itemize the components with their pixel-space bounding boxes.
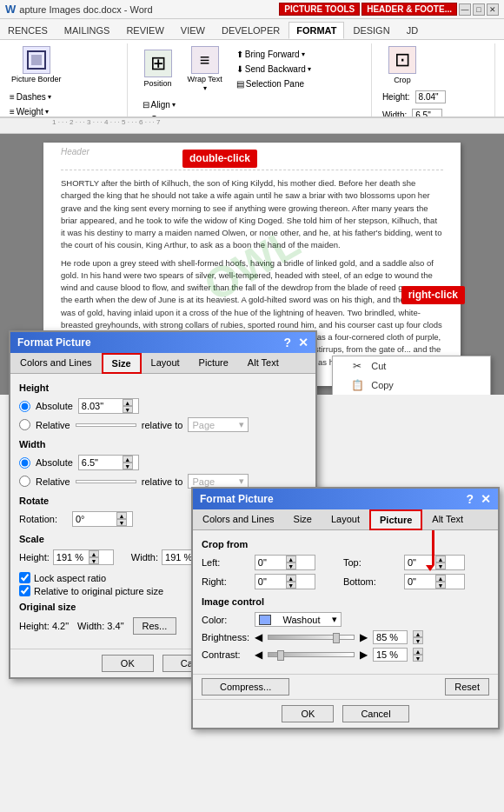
picture-border-label: Picture Border xyxy=(11,76,62,84)
picture-border-button[interactable]: Picture Border xyxy=(5,43,68,87)
arrange-right-btns: ⊟ Align ▾ ⊞ Group ▾ ↻ Rotate ▾ xyxy=(138,98,186,118)
height-spin-up[interactable]: ▲ xyxy=(123,399,133,406)
contrast-left-arrow[interactable]: ◀ xyxy=(255,649,262,661)
height-spin-down[interactable]: ▼ xyxy=(123,406,133,413)
height-absolute-radio[interactable] xyxy=(19,401,30,412)
brightness-right-arrow[interactable]: ▶ xyxy=(360,631,368,643)
brightness-thumb[interactable] xyxy=(333,633,340,643)
tab-review[interactable]: REVIEW xyxy=(118,22,171,39)
format-picture-dialog-2: Format Picture ? ✕ Colors and Lines Size… xyxy=(191,487,500,729)
align-button[interactable]: ⊟ Align ▾ xyxy=(138,98,186,111)
height-relative-to[interactable]: Page ▾ xyxy=(188,417,249,432)
arrow-down xyxy=(426,565,434,576)
scale-height-input[interactable]: ▲ ▼ xyxy=(53,549,114,565)
crop-right-input[interactable]: ▲ ▼ xyxy=(255,574,315,589)
dialog2-tab-alttext[interactable]: Alt Text xyxy=(422,509,473,529)
dialog2-mid-footer: Compress... Reset xyxy=(193,674,498,699)
height-section: Height Absolute ▲ ▼ Relative rela xyxy=(19,383,307,432)
dialog1-tab-layout[interactable]: Layout xyxy=(142,353,189,373)
color-dropdown[interactable]: Washout ▾ xyxy=(255,612,342,627)
contrast-right-arrow[interactable]: ▶ xyxy=(360,649,368,661)
compress-btn[interactable]: Compress... xyxy=(202,678,289,696)
rotation-input[interactable]: ▲ ▼ xyxy=(72,511,133,527)
dialog1-tab-alttext[interactable]: Alt Text xyxy=(238,353,288,373)
rotation-spin-up[interactable]: ▲ xyxy=(116,512,127,519)
tab-developer[interactable]: DEVELOPER xyxy=(214,22,288,39)
dialog1-tab-picture[interactable]: Picture xyxy=(189,353,238,373)
tab-jd[interactable]: JD xyxy=(399,22,426,39)
border-controls: Picture Border ≡ Dashes ▾ ≡ Weight ▾ xyxy=(5,43,120,118)
brightness-spin-down[interactable]: ▼ xyxy=(413,637,423,644)
wrap-text-button[interactable]: ≡ Wrap Text ▾ xyxy=(182,43,229,95)
dialog1-title: Format Picture ? ✕ xyxy=(10,332,315,353)
height-absolute-input[interactable]: ▲ ▼ xyxy=(78,398,139,414)
max-btn[interactable]: □ xyxy=(473,3,485,16)
send-backward-button[interactable]: ⬇ Send Backward ▾ xyxy=(232,63,315,76)
contrast-thumb[interactable] xyxy=(277,650,284,661)
contrast-spin-down[interactable]: ▼ xyxy=(413,655,423,662)
brightness-spin-up[interactable]: ▲ xyxy=(413,630,423,637)
dialog1-help-btn[interactable]: ? xyxy=(283,336,291,349)
min-btn[interactable]: — xyxy=(459,3,471,16)
arrange-small-btns: ⬆ Bring Forward ▾ ⬇ Send Backward ▾ ▤ Se… xyxy=(232,48,315,90)
crop-button[interactable]: ⊡ Crop xyxy=(382,43,422,87)
contrast-slider[interactable] xyxy=(268,652,355,657)
tab-rences[interactable]: RENCES xyxy=(0,22,56,39)
relative-original-checkbox[interactable] xyxy=(19,585,30,596)
tab-mailings[interactable]: MAILINGS xyxy=(56,22,118,39)
lock-aspect-checkbox[interactable] xyxy=(19,572,30,583)
dialog2-tab-picture[interactable]: Picture xyxy=(369,509,422,530)
dialog2-help-btn[interactable]: ? xyxy=(466,492,474,506)
dialog1-tab-size[interactable]: Size xyxy=(102,353,142,374)
width-relative-radio[interactable] xyxy=(19,476,30,487)
height-relative-dropdown[interactable] xyxy=(76,423,136,427)
dialog1-close-btn[interactable]: ✕ xyxy=(298,336,308,349)
dialog1-ok-btn[interactable]: OK xyxy=(102,655,154,672)
width-value[interactable]: 6.5" xyxy=(412,109,442,118)
brightness-left-arrow[interactable]: ◀ xyxy=(255,631,262,643)
dialog2-body: Crop from Left: ▲ ▼ Top: ▲ ▼ xyxy=(193,530,498,674)
arrange-controls: ⊞ Position ≡ Wrap Text ▾ ⬆ Bring Forward… xyxy=(138,43,364,118)
context-copy[interactable]: 📋 Copy xyxy=(333,376,490,395)
tab-view[interactable]: VIEW xyxy=(173,22,213,39)
scale-height-field: Height: ▲ ▼ xyxy=(19,549,114,565)
crop-left-input[interactable]: ▲ ▼ xyxy=(255,555,315,570)
context-cut[interactable]: ✂ Cut xyxy=(333,356,490,376)
dialog2-reset-btn[interactable]: Reset xyxy=(445,678,489,696)
brightness-value[interactable] xyxy=(373,630,408,644)
dialog2-tab-layout[interactable]: Layout xyxy=(322,509,369,529)
dialog2-tab-colors[interactable]: Colors and Lines xyxy=(193,509,284,529)
tab-design[interactable]: DESIGN xyxy=(345,22,397,39)
height-relative-radio[interactable] xyxy=(19,419,30,430)
rotation-spin-down[interactable]: ▼ xyxy=(116,519,127,526)
dialog2-close-btn[interactable]: ✕ xyxy=(481,492,491,506)
contrast-value[interactable] xyxy=(373,648,408,662)
contrast-spin-up[interactable]: ▲ xyxy=(413,648,423,655)
contrast-row: Contrast: ◀ ▶ ▲ ▼ xyxy=(202,648,489,662)
width-spin-up[interactable]: ▲ xyxy=(123,456,133,463)
tab-format[interactable]: FORMAT xyxy=(288,22,344,39)
dialog2-tab-size[interactable]: Size xyxy=(284,509,322,529)
width-spin-down[interactable]: ▼ xyxy=(123,463,133,469)
width-absolute-input[interactable]: ▲ ▼ xyxy=(78,455,139,470)
width-relative-dropdown[interactable] xyxy=(76,480,136,483)
dialog2-cancel-btn[interactable]: Cancel xyxy=(342,705,408,722)
height-relative-row: Relative relative to Page ▾ xyxy=(19,417,307,432)
bring-forward-button[interactable]: ⬆ Bring Forward ▾ xyxy=(232,48,315,61)
height-value[interactable]: 8.04" xyxy=(415,90,446,103)
reset-btn[interactable]: Res... xyxy=(133,617,177,635)
position-button[interactable]: ⊞ Position xyxy=(138,47,178,90)
header-footer-label: HEADER & FOOTE... xyxy=(361,3,457,16)
selection-pane-button[interactable]: ▤ Selection Pane xyxy=(232,77,315,90)
weight-button[interactable]: ≡ Weight ▾ xyxy=(5,105,56,118)
size-controls: ⊡ Crop Height: 8.04" Width: 6.5" xyxy=(382,43,487,118)
width-absolute-radio[interactable] xyxy=(19,457,30,469)
crop-bottom-input[interactable]: ▲ ▼ xyxy=(404,574,465,589)
close-btn[interactable]: ✕ xyxy=(487,3,499,16)
dialog1-tab-colors[interactable]: Colors and Lines xyxy=(10,353,102,373)
dialog2-tabs: Colors and Lines Size Layout Picture Alt… xyxy=(193,509,498,530)
dialog2-ok-btn[interactable]: OK xyxy=(282,705,334,722)
brightness-slider[interactable] xyxy=(268,635,355,640)
dashes-button[interactable]: ≡ Dashes ▾ xyxy=(5,90,56,103)
arrow-vertical xyxy=(432,530,434,565)
